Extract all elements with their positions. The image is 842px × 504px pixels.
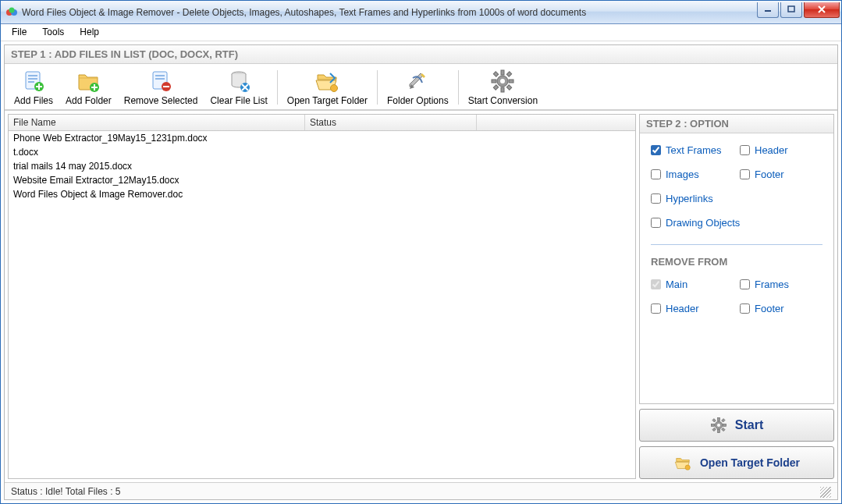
title-bar: Word Files Object & Image Remover - Dele… bbox=[1, 1, 841, 24]
add-files-button[interactable]: Add Files bbox=[8, 67, 59, 108]
opt-images-label: Images bbox=[666, 169, 699, 180]
opt-drawing-objects[interactable]: Drawing Objects bbox=[651, 217, 822, 229]
opt-hyperlinks[interactable]: Hyperlinks bbox=[651, 193, 822, 204]
open-folder-icon bbox=[673, 454, 692, 471]
cell-status bbox=[305, 159, 477, 173]
cell-filename: t.docx bbox=[9, 145, 305, 159]
window-controls bbox=[757, 2, 840, 18]
menu-bar: File Tools Help bbox=[1, 24, 841, 41]
remove-from-header: REMOVE FROM bbox=[651, 256, 822, 268]
add-folder-label: Add Folder bbox=[66, 95, 112, 106]
col-status[interactable]: Status bbox=[305, 115, 477, 130]
step2-header: STEP 2 : OPTION bbox=[640, 115, 833, 133]
opt-hyperlinks-label: Hyperlinks bbox=[666, 193, 713, 204]
opt-text-frames[interactable]: Text Frames bbox=[651, 144, 734, 156]
remove-selected-button[interactable]: Remove Selected bbox=[118, 67, 204, 108]
checkbox-drawing-objects[interactable] bbox=[651, 218, 661, 228]
grid-body[interactable]: Phone Web Extractor_19May15_1231pm.docxt… bbox=[9, 131, 635, 478]
opt-drawing-objects-label: Drawing Objects bbox=[666, 217, 740, 229]
table-row[interactable]: Website Email Extractor_12May15.docx bbox=[9, 173, 635, 187]
option-body: Text Frames Header Images bbox=[640, 133, 833, 403]
option-divider bbox=[651, 244, 822, 245]
content-frame: STEP 1 : ADD FILES IN LIST (DOC, DOCX, R… bbox=[4, 44, 838, 500]
toolbar-separator bbox=[377, 70, 378, 105]
start-conversion-label: Start Conversion bbox=[468, 95, 538, 106]
svg-point-39 bbox=[685, 465, 690, 470]
table-row[interactable]: t.docx bbox=[9, 145, 635, 159]
menu-tools[interactable]: Tools bbox=[34, 24, 72, 41]
menu-help[interactable]: Help bbox=[72, 24, 107, 41]
checkbox-rf-main[interactable] bbox=[651, 279, 661, 289]
close-button[interactable] bbox=[804, 2, 840, 18]
open-target-folder-button[interactable]: Open Target Folder bbox=[639, 446, 834, 479]
checkbox-hyperlinks[interactable] bbox=[651, 193, 661, 204]
toolbar: Add Files Add Folder bbox=[5, 64, 837, 110]
window-title: Word Files Object & Image Remover - Dele… bbox=[22, 1, 757, 24]
status-bar: Status : Idle! Total Files : 5 bbox=[5, 482, 837, 499]
clear-list-button[interactable]: Clear File List bbox=[204, 67, 273, 108]
start-conversion-button[interactable]: Start Conversion bbox=[462, 67, 544, 108]
svg-point-18 bbox=[331, 85, 338, 92]
add-folder-button[interactable]: Add Folder bbox=[59, 67, 118, 108]
gear-icon bbox=[710, 417, 727, 434]
table-row[interactable]: Word Files Object & Image Remover.doc bbox=[9, 187, 635, 201]
svg-rect-7 bbox=[28, 78, 37, 80]
cell-status bbox=[305, 145, 477, 159]
menu-file[interactable]: File bbox=[4, 24, 34, 41]
maximize-button[interactable] bbox=[780, 2, 802, 18]
cell-filename: Word Files Object & Image Remover.doc bbox=[9, 187, 305, 201]
table-row[interactable]: trial mails 14 may 2015.docx bbox=[9, 159, 635, 173]
rf-header[interactable]: Header bbox=[651, 303, 734, 314]
svg-rect-15 bbox=[163, 86, 169, 87]
status-text: Status : Idle! Total Files : 5 bbox=[11, 486, 121, 497]
checkbox-rf-footer[interactable] bbox=[740, 303, 750, 314]
checkbox-rf-header[interactable] bbox=[651, 303, 661, 314]
svg-point-28 bbox=[500, 79, 505, 83]
open-target-label: Open Target Folder bbox=[287, 95, 368, 106]
file-list-panel: File Name Status Phone Web Extractor_19M… bbox=[8, 114, 636, 479]
open-target-folder-label: Open Target Folder bbox=[700, 456, 800, 469]
opt-footer[interactable]: Footer bbox=[740, 169, 822, 180]
start-button[interactable]: Start bbox=[639, 409, 834, 442]
col-extra[interactable] bbox=[477, 115, 635, 130]
resize-grip[interactable] bbox=[820, 487, 831, 498]
rf-frames[interactable]: Frames bbox=[740, 279, 822, 290]
svg-rect-35 bbox=[721, 428, 724, 431]
right-panel: STEP 2 : OPTION Text Frames Header bbox=[639, 114, 834, 479]
rf-main[interactable]: Main bbox=[651, 279, 734, 290]
checkbox-footer[interactable] bbox=[740, 169, 750, 179]
rf-footer-label: Footer bbox=[755, 303, 784, 314]
rf-frames-label: Frames bbox=[755, 279, 789, 290]
checkbox-images[interactable] bbox=[651, 169, 661, 179]
opt-images[interactable]: Images bbox=[651, 169, 734, 180]
checkbox-header[interactable] bbox=[740, 145, 750, 155]
cell-filename: trial mails 14 may 2015.docx bbox=[9, 159, 305, 173]
gear-icon bbox=[490, 69, 515, 94]
minimize-button[interactable] bbox=[757, 2, 779, 18]
app-window: Word Files Object & Image Remover - Dele… bbox=[0, 0, 842, 504]
svg-rect-21 bbox=[501, 87, 504, 92]
folder-options-button[interactable]: Folder Options bbox=[381, 67, 455, 108]
opt-footer-label: Footer bbox=[755, 169, 784, 180]
opt-header[interactable]: Header bbox=[740, 144, 822, 156]
checkbox-rf-frames[interactable] bbox=[740, 279, 750, 289]
svg-rect-13 bbox=[155, 78, 165, 80]
rf-footer[interactable]: Footer bbox=[740, 303, 822, 314]
toolbar-separator bbox=[277, 70, 278, 105]
svg-rect-32 bbox=[711, 424, 714, 427]
svg-rect-22 bbox=[492, 80, 496, 83]
cell-status bbox=[305, 187, 477, 201]
svg-rect-12 bbox=[155, 75, 165, 76]
table-row[interactable]: Phone Web Extractor_19May15_1231pm.docx bbox=[9, 131, 635, 145]
checkbox-text-frames[interactable] bbox=[651, 145, 661, 155]
svg-rect-8 bbox=[28, 81, 34, 83]
step1-header: STEP 1 : ADD FILES IN LIST (DOC, DOCX, R… bbox=[5, 45, 837, 64]
add-folder-icon bbox=[76, 69, 101, 94]
cell-status bbox=[305, 173, 477, 187]
remove-selected-icon bbox=[148, 69, 173, 94]
open-target-button[interactable]: Open Target Folder bbox=[281, 67, 374, 108]
svg-rect-24 bbox=[494, 72, 499, 76]
open-folder-icon bbox=[314, 69, 339, 94]
col-filename[interactable]: File Name bbox=[9, 115, 305, 130]
add-files-label: Add Files bbox=[14, 95, 53, 106]
